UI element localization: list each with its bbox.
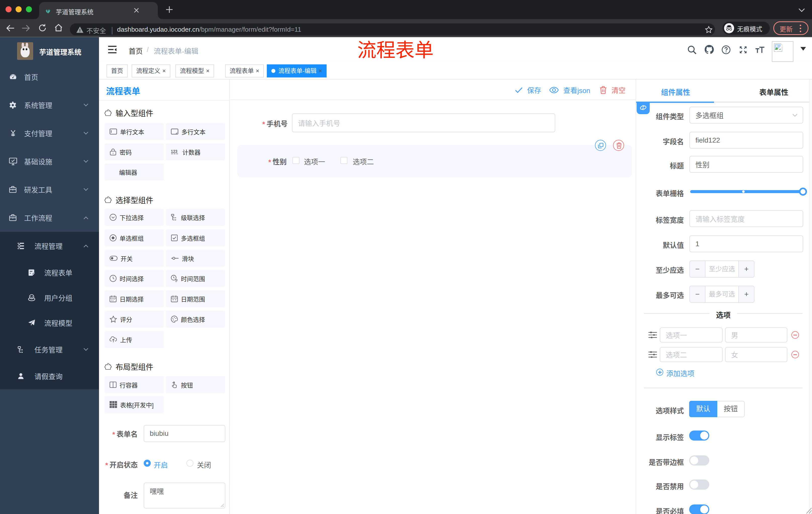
svg-text:123: 123 [171, 150, 177, 154]
